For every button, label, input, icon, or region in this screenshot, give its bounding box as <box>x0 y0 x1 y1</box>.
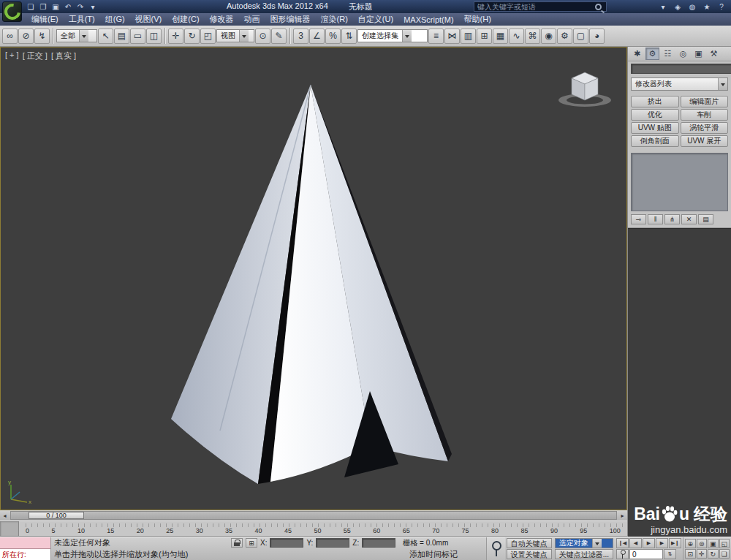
curve-editor-icon[interactable]: ∿ <box>509 29 524 44</box>
undo-icon[interactable]: ↶ <box>62 1 74 12</box>
x-coordinate-field[interactable] <box>270 538 303 548</box>
menu-maxscript[interactable]: MAXScript(M) <box>398 15 458 25</box>
viewport-general-menu[interactable]: [ + ] <box>5 50 19 61</box>
menu-create[interactable]: 创建(C) <box>167 13 204 26</box>
track-bar[interactable]: 0510152025303540455055606570758085909510… <box>0 521 627 537</box>
quick-access-dropdown-icon[interactable]: ▾ <box>87 1 99 12</box>
graphite-ribbon-icon[interactable]: ▦ <box>493 29 508 44</box>
menu-edit[interactable]: 编辑(E) <box>26 13 64 26</box>
next-frame-icon[interactable]: ▶ <box>656 538 668 548</box>
percent-snap-icon[interactable]: % <box>325 29 341 44</box>
new-scene-icon[interactable]: ❏ <box>25 1 37 12</box>
save-file-icon[interactable]: ▣ <box>50 1 61 12</box>
tab-utilities[interactable]: ⚒ <box>707 48 721 60</box>
zoom-all-icon[interactable]: ⊜ <box>697 539 708 548</box>
pan-icon[interactable]: ✛ <box>697 549 708 559</box>
go-to-end-icon[interactable]: ▶❙ <box>669 538 681 548</box>
auto-key-button[interactable]: 自动关键点 <box>507 538 552 548</box>
selection-filter-combo[interactable]: 全部 <box>56 29 97 42</box>
star-cone-object[interactable] <box>1 48 626 510</box>
material-editor-icon[interactable]: ◉ <box>541 29 556 44</box>
menu-rendering[interactable]: 渲染(R) <box>316 13 353 26</box>
configure-modifier-sets-icon[interactable]: ▤ <box>698 214 713 224</box>
viewport-orthographic[interactable]: [ + ] [ 正交 ] [ 真实 ] <box>0 47 627 510</box>
schematic-view-icon[interactable]: ⌘ <box>525 29 540 44</box>
select-by-name-icon[interactable]: ▤ <box>114 29 129 44</box>
modifier-stack[interactable] <box>631 153 728 211</box>
render-production-icon[interactable]: ◕ <box>589 29 605 44</box>
window-crossing-icon[interactable]: ◫ <box>146 29 162 44</box>
snaps-toggle-icon[interactable]: 3 <box>293 29 308 44</box>
mirror-icon[interactable]: ⋈ <box>444 29 460 44</box>
selection-lock-icon[interactable] <box>231 538 243 548</box>
remove-modifier-icon[interactable]: ✕ <box>681 214 697 224</box>
view-cube[interactable] <box>552 59 618 110</box>
spinner-snap-icon[interactable]: ⇅ <box>341 29 357 44</box>
select-and-move-icon[interactable]: ✛ <box>168 29 183 44</box>
rendered-frame-icon[interactable]: ▢ <box>573 29 588 44</box>
track-bar-selector[interactable] <box>0 521 19 536</box>
selection-region-icon[interactable]: ▭ <box>130 29 145 44</box>
maximize-viewport-icon[interactable]: ❏ <box>719 549 730 559</box>
select-and-link-icon[interactable]: ∞ <box>2 29 18 44</box>
layer-manager-icon[interactable]: ⊞ <box>477 29 492 44</box>
set-key-button[interactable]: 设置关键点 <box>507 549 552 559</box>
absolute-mode-icon[interactable]: ⊞ <box>246 538 257 548</box>
zoom-icon[interactable]: ⊕ <box>685 539 696 548</box>
time-slider-prev-icon[interactable]: ◂ <box>0 512 10 519</box>
app-logo-icon[interactable] <box>2 1 22 22</box>
time-slider-handle[interactable]: 0 / 100 <box>29 512 84 519</box>
tab-display[interactable]: ▣ <box>692 48 705 60</box>
modifier-list-dropdown[interactable]: 修改器列表 <box>631 77 728 91</box>
modifier-unwrap-uvw-button[interactable]: UVW 展开 <box>681 135 729 147</box>
object-name-field[interactable] <box>631 64 731 74</box>
key-mode-combo[interactable]: 选定对象 <box>555 538 613 548</box>
menu-tools[interactable]: 工具(T) <box>64 13 100 26</box>
viewport-shading-menu[interactable]: [ 真实 ] <box>51 50 76 61</box>
named-selection-sets-combo[interactable]: 创建选择集 <box>357 29 428 42</box>
favorites-icon[interactable]: ★ <box>701 1 713 12</box>
macro-recorder-line[interactable] <box>0 537 50 549</box>
modifier-bevel-profile-button[interactable]: 倒角剖面 <box>631 135 679 147</box>
edit-named-selection-sets-icon[interactable]: ≡ <box>428 29 444 44</box>
reference-coordinate-combo[interactable]: 视图 <box>216 29 254 42</box>
subscription-center-icon[interactable]: ◈ <box>672 1 683 12</box>
tab-motion[interactable]: ◎ <box>676 48 690 60</box>
modifier-extrude-button[interactable]: 挤出 <box>631 96 679 107</box>
search-input[interactable] <box>474 3 595 11</box>
help-icon[interactable]: ? <box>716 1 727 12</box>
search-history-dropdown-icon[interactable]: ▾ <box>657 1 669 12</box>
key-filters-button[interactable]: 关键点过滤器... <box>555 549 613 559</box>
modifier-lathe-button[interactable]: 车削 <box>681 109 729 121</box>
show-end-result-icon[interactable]: ‖ <box>648 214 663 224</box>
menu-modifiers[interactable]: 修改器 <box>205 13 239 26</box>
tab-hierarchy[interactable]: ☷ <box>661 48 675 60</box>
unlink-selection-icon[interactable]: ⊘ <box>18 29 34 44</box>
select-object-icon[interactable]: ↖ <box>98 29 113 44</box>
select-and-rotate-icon[interactable]: ↻ <box>184 29 200 44</box>
modifier-optimize-button[interactable]: 优化 <box>631 109 679 121</box>
select-and-manipulate-icon[interactable]: ✎ <box>271 29 287 44</box>
modifier-turbosmooth-button[interactable]: 涡轮平滑 <box>681 122 729 134</box>
z-coordinate-field[interactable] <box>362 538 395 548</box>
select-and-scale-icon[interactable]: ◰ <box>200 29 216 44</box>
zoom-region-icon[interactable]: ⊡ <box>685 549 696 559</box>
use-pivot-center-icon[interactable]: ⊙ <box>255 29 270 44</box>
time-slider-track[interactable]: 0 / 100 <box>10 511 617 520</box>
play-animation-icon[interactable]: ▶ <box>643 538 655 548</box>
communication-center-icon[interactable]: ◍ <box>686 1 698 12</box>
pin-stack-icon[interactable]: ⊸ <box>631 214 646 224</box>
menu-customize[interactable]: 自定义(U) <box>353 13 398 26</box>
open-file-icon[interactable]: ❐ <box>37 1 49 12</box>
viewport-pov-menu[interactable]: [ 正交 ] <box>23 50 48 61</box>
listener-line[interactable]: 所在行: <box>0 549 50 560</box>
menu-help[interactable]: 帮助(H) <box>459 13 496 26</box>
menu-group[interactable]: 组(G) <box>100 13 130 26</box>
tab-modify[interactable]: ⚙ <box>645 48 659 60</box>
bind-to-space-warp-icon[interactable]: ↯ <box>34 29 50 44</box>
zoom-extents-all-icon[interactable]: ◱ <box>719 539 730 548</box>
tab-create[interactable]: ✱ <box>630 48 644 60</box>
angle-snap-icon[interactable]: ∠ <box>309 29 325 44</box>
render-setup-icon[interactable]: ⚙ <box>557 29 572 44</box>
time-slider[interactable]: ◂ 0 / 100 ▸ <box>0 510 627 521</box>
